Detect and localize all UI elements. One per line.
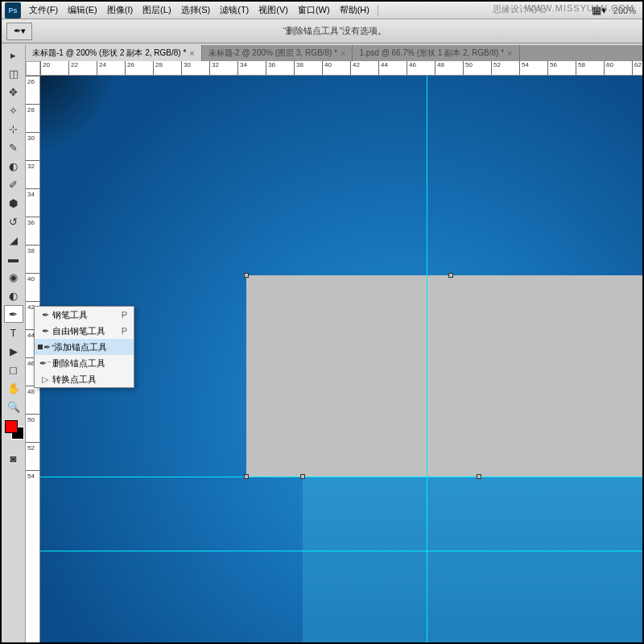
dodge-icon: ◐ xyxy=(9,290,18,302)
pen-tool-flyout: ✒ 钢笔工具 P ✒ 自由钢笔工具 P ✒⁺ 添加锚点工具 ✒⁻ 删除锚点工具 … xyxy=(34,306,134,388)
menu-convert-point-tool[interactable]: ▷ 转换点工具 xyxy=(35,371,134,387)
shape-tool[interactable]: ◻ xyxy=(4,361,23,378)
transform-handle[interactable] xyxy=(244,273,249,278)
gradient-tool[interactable]: ▬ xyxy=(4,250,23,267)
ruler-tick: 56 xyxy=(547,61,576,75)
close-icon[interactable]: × xyxy=(189,48,194,58)
delete-anchor-icon: ✒⁻ xyxy=(38,357,52,369)
menu-view[interactable]: 视图(V) xyxy=(254,4,293,16)
transform-handle[interactable] xyxy=(477,474,481,479)
ruler-origin[interactable] xyxy=(26,61,40,76)
ruler-tick: 46 xyxy=(407,61,435,75)
options-bar: ✒▾ “删除锚点工具”没有选项。 xyxy=(2,19,642,43)
zoom-tool[interactable]: 🔍 xyxy=(4,398,23,415)
transform-handle[interactable] xyxy=(448,273,453,278)
marquee-icon: ◫ xyxy=(9,68,19,80)
menu-image[interactable]: 图像(I) xyxy=(102,4,138,16)
eyedropper-icon: ✎ xyxy=(9,142,18,154)
menu-shortcut: P xyxy=(122,310,130,320)
menu-select[interactable]: 选择(S) xyxy=(176,4,216,16)
menu-delete-anchor-tool[interactable]: ✒⁻ 删除锚点工具 xyxy=(35,355,134,371)
pen-icon: ✒ xyxy=(9,308,18,320)
ruler-tick: 32 xyxy=(209,61,237,75)
ruler-tick: 26 xyxy=(26,76,39,104)
menu-layer[interactable]: 图层(L) xyxy=(138,4,175,16)
ruler-tick: 54 xyxy=(26,470,39,498)
ruler-tick: 36 xyxy=(26,217,39,245)
type-icon: T xyxy=(10,327,17,339)
convert-point-icon: ▷ xyxy=(38,373,52,386)
shape-gray-rect[interactable] xyxy=(246,275,642,477)
eraser-tool[interactable]: ◢ xyxy=(4,231,23,249)
guide-vertical[interactable] xyxy=(427,76,427,642)
menu-window[interactable]: 窗口(W) xyxy=(293,4,335,16)
freeform-pen-icon: ✒ xyxy=(38,324,52,337)
menu-label: 添加锚点工具 xyxy=(54,341,130,353)
wand-icon: ✧ xyxy=(9,105,18,117)
ruler-tick: 34 xyxy=(26,188,39,217)
gradient-icon: ▬ xyxy=(8,253,19,265)
transform-handle[interactable] xyxy=(244,474,249,479)
crop-tool[interactable]: ⊹ xyxy=(4,120,23,138)
type-tool[interactable]: T xyxy=(4,324,23,341)
ruler-tick: 20 xyxy=(40,61,68,75)
path-select-tool[interactable]: ▶ xyxy=(4,342,23,360)
pen-icon: ✒ xyxy=(38,308,52,321)
blur-tool[interactable]: ◉ xyxy=(4,268,23,286)
tab-label: 1.psd @ 66.7% (形状 1 副本 2, RGB/8) * xyxy=(359,47,504,59)
menu-label: 钢笔工具 xyxy=(52,309,122,321)
ruler-tick: 48 xyxy=(26,386,39,414)
lasso-icon: ✥ xyxy=(9,86,18,98)
document-tab-1[interactable]: 未标题-1 @ 200% (形状 2 副本 2, RGB/8) * × xyxy=(26,45,202,61)
rect-icon: ◻ xyxy=(9,364,18,376)
brush-tool[interactable]: ✐ xyxy=(4,175,23,193)
tool-preset-picker[interactable]: ✒▾ xyxy=(6,23,32,40)
eyedropper-tool[interactable]: ✎ xyxy=(4,138,23,156)
stamp-tool[interactable]: ⬢ xyxy=(4,194,23,212)
tab-label: 未标题-2 @ 200% (图层 3, RGB/8) * xyxy=(208,47,337,59)
heal-tool[interactable]: ◐ xyxy=(4,157,23,175)
horizontal-ruler[interactable]: 2022242628303234363840424446485052545658… xyxy=(40,61,642,76)
quickmask-tool[interactable]: ◙ xyxy=(4,449,23,467)
quickmask-icon: ◙ xyxy=(10,452,17,464)
stamp-icon: ⬢ xyxy=(9,197,18,209)
history-brush-tool[interactable]: ↺ xyxy=(4,213,23,230)
menu-help[interactable]: 帮助(H) xyxy=(335,4,374,16)
vignette-corner xyxy=(40,76,121,156)
marquee-tool[interactable]: ◫ xyxy=(4,64,23,82)
menu-edit[interactable]: 编辑(E) xyxy=(63,4,102,16)
add-anchor-icon: ✒⁺ xyxy=(44,341,54,353)
move-tool[interactable]: ▸ xyxy=(4,46,23,64)
menu-filter[interactable]: 滤镜(T) xyxy=(215,4,254,16)
hand-tool[interactable]: ✋ xyxy=(4,379,23,397)
eraser-icon: ◢ xyxy=(10,234,18,246)
foreground-color-swatch[interactable] xyxy=(5,420,18,433)
ruler-tick: 24 xyxy=(97,61,125,75)
menu-pen-tool[interactable]: ✒ 钢笔工具 P xyxy=(35,307,134,323)
menu-add-anchor-tool[interactable]: ✒⁺ 添加锚点工具 xyxy=(35,339,134,355)
ruler-tick: 58 xyxy=(576,61,604,75)
hand-icon: ✋ xyxy=(7,382,20,394)
ruler-tick: 26 xyxy=(125,61,153,75)
ruler-tick: 62 xyxy=(632,61,642,75)
close-icon[interactable]: × xyxy=(341,48,345,58)
tools-panel: ▸ ◫ ✥ ✧ ⊹ ✎ ◐ ✐ ⬢ ↺ ◢ ▬ ◉ ◐ ✒ T ▶ ◻ ✋ 🔍 … xyxy=(2,45,26,642)
guide-horizontal[interactable] xyxy=(40,551,642,551)
close-icon[interactable]: × xyxy=(507,48,512,58)
menu-file[interactable]: 文件(F) xyxy=(24,4,63,16)
options-message: “删除锚点工具”没有选项。 xyxy=(283,25,386,37)
ruler-tick: 50 xyxy=(26,414,39,442)
document-tab-3[interactable]: 1.psd @ 66.7% (形状 1 副本 2, RGB/8) * × xyxy=(353,45,519,61)
transform-handle[interactable] xyxy=(300,474,305,479)
menu-freeform-pen-tool[interactable]: ✒ 自由钢笔工具 P xyxy=(35,323,134,339)
guide-horizontal[interactable] xyxy=(40,477,642,477)
pen-icon: ✒▾ xyxy=(14,26,26,36)
color-swatches[interactable] xyxy=(3,420,23,444)
dodge-tool[interactable]: ◐ xyxy=(4,287,23,304)
shape-blue-rect[interactable] xyxy=(303,477,642,642)
wand-tool[interactable]: ✧ xyxy=(4,101,23,119)
lasso-tool[interactable]: ✥ xyxy=(4,83,23,101)
watermark-url: WWW.MISSYUAN.COM xyxy=(525,3,634,13)
pen-tool[interactable]: ✒ xyxy=(4,305,23,323)
document-tab-2[interactable]: 未标题-2 @ 200% (图层 3, RGB/8) * × xyxy=(202,45,353,61)
